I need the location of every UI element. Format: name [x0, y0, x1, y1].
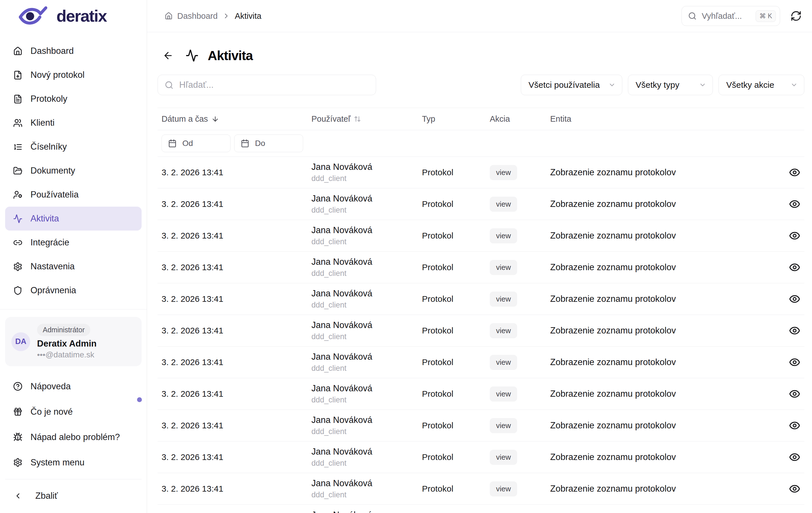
eye-icon[interactable] [789, 483, 800, 494]
column-header-entity[interactable]: Entita [550, 114, 778, 124]
chevron-down-icon [790, 81, 798, 89]
sidebar-item-label: Oprávnenia [30, 285, 76, 295]
table-search[interactable] [157, 75, 376, 95]
table-row[interactable]: 3. 2. 2026 13:41 Jana Nováková ddd_clien… [157, 441, 804, 473]
eye-icon[interactable] [789, 357, 800, 368]
table-row[interactable]: 3. 2. 2026 13:41 Jana Nováková ddd_clien… [157, 410, 804, 441]
brand-logo[interactable]: deratix [0, 0, 147, 32]
arrow-down-icon [211, 115, 219, 123]
row-action-badge: view [490, 165, 517, 180]
row-type: Protokol [422, 389, 490, 399]
row-type: Protokol [422, 262, 490, 272]
table-controls: Všetci používatelia Všetky typy Všetky a… [157, 75, 804, 95]
row-action-badge: view [490, 355, 517, 370]
sidebar-item[interactable]: Dashboard [5, 39, 142, 63]
role-badge: Administrátor [37, 324, 90, 336]
row-datetime: 3. 2. 2026 13:41 [162, 168, 311, 177]
profile-card[interactable]: DA Administrátor Deratix Admin •••@datat… [5, 317, 142, 366]
row-action-badge: view [490, 228, 517, 244]
row-user-name: Jana Nováková [311, 288, 422, 299]
users-filter-select[interactable]: Všetci používatelia [521, 75, 622, 95]
table-row[interactable]: 3. 2. 2026 13:41 Jana Nováková ddd_clien… [157, 220, 804, 252]
row-user-subtitle: ddd_client [311, 396, 422, 404]
row-type: Protokol [422, 168, 490, 177]
date-filter-row: Od Do [157, 130, 804, 157]
sidebar-footer-item[interactable]: System menu [5, 450, 142, 475]
settings-icon [13, 262, 23, 271]
table-row[interactable]: 3. 2. 2026 13:41 Jana Nováková ddd_clien… [157, 378, 804, 410]
sidebar-item[interactable]: Nastavenia [5, 255, 142, 279]
search-icon [165, 81, 174, 89]
profile-name: Deratix Admin [37, 339, 96, 349]
date-from-button[interactable]: Od [162, 135, 231, 152]
global-search[interactable]: ⌘ K [682, 6, 780, 26]
sidebar-item[interactable]: Používatelia [5, 183, 142, 207]
column-header-datetime[interactable]: Dátum a čas [162, 114, 311, 124]
sidebar-footer-item[interactable]: Čo je nové [5, 399, 142, 424]
table-row[interactable]: 3. 2. 2026 13:41 Jana Nováková ddd_clien… [157, 252, 804, 283]
table-row[interactable]: 3. 2. 2026 13:41 Jana Nováková ddd_clien… [157, 505, 804, 513]
table-row[interactable]: 3. 2. 2026 13:41 Jana Nováková ddd_clien… [157, 157, 804, 189]
table-row[interactable]: 3. 2. 2026 13:41 Jana Nováková ddd_clien… [157, 283, 804, 315]
activity-table: Dátum a čas Používateľ Typ Akcia Entita [157, 108, 804, 513]
arrow-up-down-icon [354, 115, 361, 122]
chevron-right-icon [222, 12, 230, 20]
types-filter-select[interactable]: Všetky typy [628, 75, 713, 95]
table-search-input[interactable] [179, 80, 369, 90]
eye-icon[interactable] [789, 293, 800, 305]
row-entity: Zobrazenie zoznamu protokolov [550, 357, 778, 367]
row-entity: Zobrazenie zoznamu protokolov [550, 262, 778, 273]
row-user-subtitle: ddd_client [311, 332, 422, 341]
row-action-badge: view [490, 387, 517, 402]
eye-icon[interactable] [789, 262, 800, 273]
sidebar-footer-item[interactable]: Nápoveda [5, 374, 142, 399]
row-user-cell: Jana Nováková ddd_client [311, 352, 422, 373]
row-datetime: 3. 2. 2026 13:41 [162, 199, 311, 209]
sidebar-item[interactable]: Číselníky [5, 135, 142, 159]
eye-icon[interactable] [789, 451, 800, 463]
eye-icon[interactable] [789, 325, 800, 336]
sidebar-item[interactable]: Oprávnenia [5, 279, 142, 303]
sidebar-item[interactable]: Klienti [5, 111, 142, 135]
sidebar-item[interactable]: Protokoly [5, 87, 142, 111]
sidebar-footer-label: Nápoveda [30, 381, 71, 392]
sidebar-item[interactable]: Nový protokol [5, 63, 142, 87]
sidebar-item[interactable]: Integrácie [5, 231, 142, 255]
column-header-user[interactable]: Používateľ [311, 114, 422, 124]
activity-icon [13, 214, 23, 223]
date-to-button[interactable]: Do [234, 135, 303, 152]
row-entity: Zobrazenie zoznamu protokolov [550, 325, 778, 336]
refresh-icon[interactable] [790, 10, 802, 22]
global-search-input[interactable] [702, 11, 750, 21]
eye-icon[interactable] [789, 167, 800, 178]
breadcrumb-current: Aktivita [235, 11, 261, 21]
column-header-type[interactable]: Typ [422, 114, 490, 124]
table-header: Dátum a čas Používateľ Typ Akcia Entita [157, 108, 804, 130]
sidebar-footer-item[interactable]: Nápad alebo problém? [5, 424, 142, 450]
sidebar-item-label: Nový protokol [30, 70, 85, 80]
arrow-left-icon[interactable] [163, 50, 174, 61]
row-datetime: 3. 2. 2026 13:41 [162, 358, 311, 367]
row-entity: Zobrazenie zoznamu protokolov [550, 452, 778, 462]
actions-filter-select[interactable]: Všetky akcie [719, 75, 804, 95]
sidebar-item[interactable]: Aktivita [5, 207, 142, 231]
sidebar-divider [0, 309, 147, 310]
table-row[interactable]: 3. 2. 2026 13:41 Jana Nováková ddd_clien… [157, 189, 804, 220]
eye-icon[interactable] [789, 230, 800, 241]
row-user-cell: Jana Nováková ddd_client [311, 510, 422, 513]
folder-open-icon [13, 166, 23, 176]
sidebar-item-label: Dashboard [30, 46, 74, 56]
eye-icon[interactable] [789, 420, 800, 431]
row-user-name: Jana Nováková [311, 510, 422, 513]
table-row[interactable]: 3. 2. 2026 13:41 Jana Nováková ddd_clien… [157, 315, 804, 347]
eye-icon[interactable] [789, 198, 800, 210]
eye-icon[interactable] [789, 388, 800, 400]
table-row[interactable]: 3. 2. 2026 13:41 Jana Nováková ddd_clien… [157, 347, 804, 378]
sidebar-item[interactable]: Dokumenty [5, 159, 142, 183]
chevron-down-icon [699, 81, 706, 89]
collapse-sidebar-button[interactable]: Zbaliť [5, 483, 142, 508]
breadcrumb-home[interactable]: Dashboard [177, 11, 218, 21]
search-icon [688, 12, 697, 20]
column-header-action[interactable]: Akcia [490, 114, 550, 124]
table-row[interactable]: 3. 2. 2026 13:41 Jana Nováková ddd_clien… [157, 473, 804, 505]
